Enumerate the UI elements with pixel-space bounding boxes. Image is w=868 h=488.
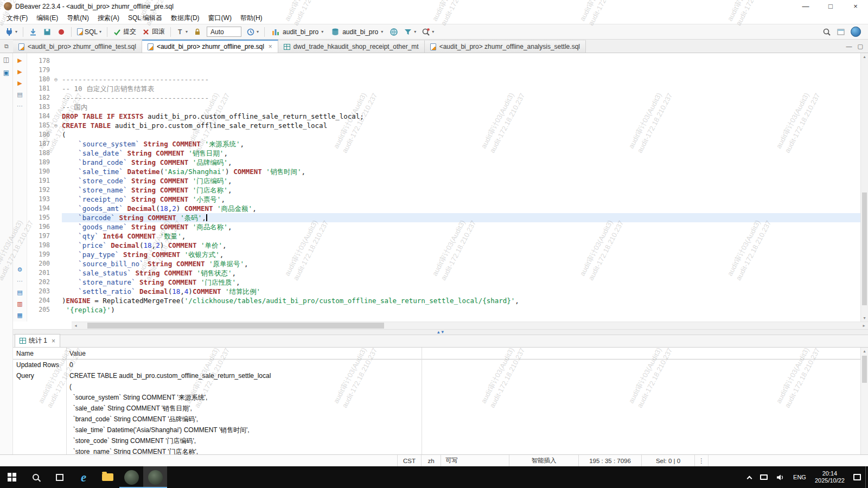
line-number: 195: [27, 213, 59, 222]
scroll-right-icon[interactable]: ▸: [860, 322, 868, 329]
fold-icon[interactable]: ⊖: [54, 75, 58, 84]
results-scroll-thumb[interactable]: [862, 356, 867, 383]
new-connection-button[interactable]: ▾: [3, 27, 20, 37]
scroll-up-icon[interactable]: ▴: [861, 53, 868, 60]
menu-item[interactable]: 窗口(W): [204, 14, 236, 23]
commit-button[interactable]: 提交: [111, 26, 138, 37]
search-button[interactable]: [820, 27, 833, 37]
transaction-log-button[interactable]: ▾: [244, 27, 261, 37]
restore-panels-icon[interactable]: ⧉: [0, 40, 13, 53]
schema-combo[interactable]: audit_bi_pro ▾: [328, 27, 386, 37]
panel-sash[interactable]: ▴ ▾: [13, 329, 868, 335]
filter-button[interactable]: ▾: [401, 27, 418, 37]
menu-item[interactable]: 文件(F): [2, 14, 32, 23]
tray-monitor-button[interactable]: [756, 466, 772, 488]
file-explorer-button[interactable]: [95, 466, 119, 488]
settings-gear-icon[interactable]: ⚙: [17, 267, 23, 273]
editor-rail: ▶ ▶ ▶ ▤ ⋯ ⚙ ⋯ ▤ ▥ ▦: [13, 53, 27, 322]
dbeaver-logo[interactable]: [851, 27, 861, 37]
taskbar-search-button[interactable]: [24, 466, 48, 488]
execute-new-tab-icon[interactable]: ▶: [17, 80, 22, 86]
result-row[interactable]: Updated Rows0: [13, 359, 868, 370]
results-scrollbar[interactable]: ▴: [860, 348, 868, 454]
editor-tab[interactable]: <audit_bi_pro> zhumr_offline_analysis_se…: [425, 40, 586, 53]
editor-tabs: <audit_bi_pro> zhumr_offline_test.sql<au…: [13, 40, 586, 53]
column-header-value[interactable]: Value: [66, 350, 86, 357]
scroll-down-icon[interactable]: ▾: [861, 314, 868, 322]
task-view-button[interactable]: [48, 466, 72, 488]
search-dropdown-button[interactable]: ▾: [419, 27, 436, 37]
fold-icon[interactable]: ⊖: [54, 121, 58, 130]
close-button[interactable]: ×: [843, 0, 868, 12]
sash-down-icon[interactable]: ▾: [442, 330, 444, 335]
save-file-icon[interactable]: ▦: [17, 312, 22, 318]
line-number: 178: [27, 56, 59, 66]
results-tab[interactable]: 统计 1 ×: [15, 334, 60, 347]
sash-up-icon[interactable]: ▴: [437, 330, 440, 335]
results-tab-close-icon[interactable]: ×: [52, 337, 55, 345]
save-script-button[interactable]: [41, 27, 54, 37]
more-actions-icon[interactable]: ⋯: [17, 103, 23, 109]
app-button-2[interactable]: [143, 466, 167, 488]
window-controls: — □ ×: [793, 0, 868, 12]
menu-item[interactable]: 导航(N): [62, 14, 93, 23]
show-desktop-button[interactable]: [865, 466, 868, 488]
line-number: 196: [27, 222, 59, 232]
status-menu-icon[interactable]: ⋮: [694, 455, 708, 466]
main-area: ◫ ▣ ▶ ▶ ▶ ▤ ⋯ ⚙ ⋯ ▤ ▥ ▦: [0, 53, 868, 454]
editor-tab[interactable]: <audit_bi_pro> zhumr_offline_test.sql: [13, 40, 142, 53]
abort-button[interactable]: [55, 27, 68, 37]
new-sql-editor-button[interactable]: SQL ▾: [75, 27, 104, 37]
menu-item[interactable]: 搜索(A): [93, 14, 124, 23]
menu-item[interactable]: 数据库(D): [167, 14, 204, 23]
menu-item[interactable]: 编辑(E): [32, 14, 62, 23]
menu-item[interactable]: 帮助(H): [236, 14, 267, 23]
transaction-auto-select[interactable]: Auto: [207, 27, 241, 37]
code-line: '{replica}'): [62, 305, 860, 314]
execute-script-icon[interactable]: ▶: [17, 69, 22, 75]
volume-button[interactable]: [772, 466, 789, 488]
minimize-button[interactable]: —: [793, 0, 818, 12]
datasource-combo[interactable]: audit_bi_pro ▾: [268, 27, 327, 37]
editor-hscrollbar[interactable]: ◂ ▸: [72, 322, 868, 329]
vscroll-thumb[interactable]: [862, 192, 867, 305]
result-row[interactable]: QueryCREATE TABLE audit_bi_pro.custom_of…: [13, 370, 868, 454]
code-line: `price` Decimal(18,2) COMMENT '单价',: [62, 241, 860, 250]
start-button[interactable]: [0, 466, 24, 488]
rollback-button[interactable]: 回滚: [139, 26, 167, 37]
internet-explorer-button[interactable]: e: [72, 466, 95, 488]
perspective-button[interactable]: [834, 27, 847, 37]
restore-view-icon[interactable]: ◫: [3, 56, 9, 63]
database-navigator-icon[interactable]: ▣: [3, 69, 9, 76]
open-file-icon[interactable]: ▤: [17, 290, 22, 296]
column-header-name[interactable]: Name: [13, 350, 66, 357]
maximize-view-icon[interactable]: ▢: [858, 43, 863, 50]
editor-tab[interactable]: <audit_bi_pro> zhumr_offline_pre.sql×: [142, 40, 278, 53]
minimize-view-icon[interactable]: —: [846, 43, 852, 49]
transaction-mode-button[interactable]: T ▾: [174, 27, 190, 37]
open-script-button[interactable]: [27, 27, 40, 37]
hscroll-thumb[interactable]: [87, 323, 384, 329]
globe-button[interactable]: [387, 27, 400, 37]
caret-down-icon: ▾: [15, 29, 17, 34]
tray-expand-button[interactable]: [743, 466, 756, 488]
editor-vscrollbar[interactable]: ▴ ▾: [860, 53, 868, 322]
menu-item[interactable]: SQL 编辑器: [124, 14, 167, 23]
app-button-1[interactable]: [119, 466, 143, 488]
scroll-left-icon[interactable]: ◂: [72, 322, 80, 329]
taskbar-clock[interactable]: 20:14 2025/10/22: [810, 466, 849, 488]
delete-file-icon[interactable]: ▥: [17, 301, 22, 307]
lock-button[interactable]: [191, 27, 204, 37]
scroll-up-icon[interactable]: ▴: [861, 348, 868, 355]
grid-icon: [20, 338, 26, 344]
explain-plan-icon[interactable]: ▤: [17, 92, 22, 98]
more-icon[interactable]: ⋯: [17, 278, 23, 284]
tab-close-icon[interactable]: ×: [269, 43, 272, 50]
language-indicator[interactable]: ENG: [789, 466, 810, 488]
code-area[interactable]: -------------------------------------- 1…: [59, 53, 860, 322]
action-center-button[interactable]: [849, 466, 865, 488]
maximize-button[interactable]: □: [818, 0, 843, 12]
results-body: Updated Rows0QueryCREATE TABLE audit_bi_…: [13, 359, 868, 454]
execute-statement-icon[interactable]: ▶: [17, 57, 22, 63]
editor-tab[interactable]: dwd_trade_hkaudit_shop_receipt_other_mt: [278, 40, 425, 53]
